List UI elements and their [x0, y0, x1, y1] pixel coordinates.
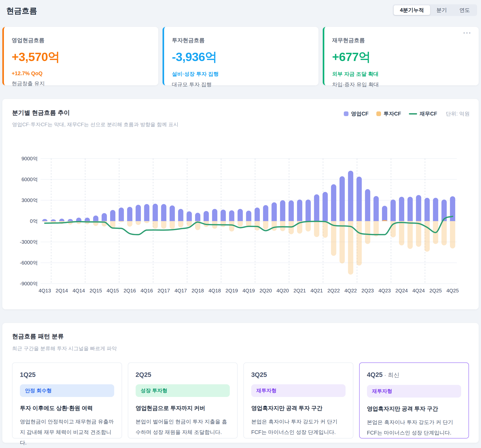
pattern-card-body: 본업은 흑자이나 투자 강도가 커 단기 FCF는 마이너스인 성장 단계입니다…: [251, 416, 346, 437]
svg-text:2Q14: 2Q14: [56, 288, 68, 294]
svg-text:4Q22: 4Q22: [344, 288, 357, 294]
card-label: 재무현금흐름: [332, 37, 471, 44]
pattern-quarter: 2Q25: [136, 371, 151, 378]
pattern-quarter: 1Q25: [20, 371, 36, 378]
card-sub1: 설비·성장 투자 집행: [172, 71, 311, 78]
pattern-card-4q25-latest[interactable]: 4Q25· 최신 재투자형 영업흑자지만 공격 투자 구간 본업은 흑자이나 투…: [359, 362, 469, 439]
card-sub2: 현금창출 유지: [12, 80, 150, 87]
svg-text:2Q24: 2Q24: [395, 288, 408, 294]
svg-text:4Q13: 4Q13: [38, 288, 51, 294]
pattern-card-body: 본업은 흑자이나 투자 강도가 커 단기 FCF는 마이너스인 성장 단계입니다…: [367, 417, 461, 438]
pattern-card-body: 영업현금이 안정적이고 재무현금 유출까지 감내해 재무 체력이 비교적 견조합…: [20, 416, 114, 448]
svg-text:4Q25: 4Q25: [446, 288, 459, 294]
svg-text:3000억: 3000억: [22, 197, 38, 203]
svg-text:2Q20: 2Q20: [259, 288, 272, 294]
card-value: -3,936억: [172, 49, 311, 65]
card-sub2: 대규모 투자 집행: [172, 81, 311, 88]
pattern-card-title: 영업현금으로 투자까지 커버: [136, 404, 230, 412]
svg-text:4Q18: 4Q18: [209, 288, 221, 294]
card-investing-cashflow: 투자현금흐름 -3,936억 설비·성장 투자 집행 대규모 투자 집행: [163, 27, 318, 85]
svg-text:9000억: 9000억: [22, 156, 38, 162]
card-sub2: 차입·증자 유입 확대: [332, 81, 471, 88]
pattern-card-3q25[interactable]: 3Q25 재투자형 영업흑자지만 공격 투자 구간 본업은 흑자이나 투자 강도…: [243, 362, 353, 439]
pattern-card-body: 본업이 벌어들인 현금이 투자 지출을 흡수하며 성장 재원을 자체 조달합니다…: [136, 416, 230, 437]
page-title: 현금흐름: [6, 6, 37, 16]
svg-text:4Q16: 4Q16: [141, 288, 153, 294]
svg-text:2Q22: 2Q22: [327, 288, 340, 294]
pattern-card-1q25[interactable]: 1Q25 안정 회수형 투자 이후에도 상환·환원 여력 영업현금이 안정적이고…: [12, 362, 122, 439]
cashflow-dashboard: 현금흐름 4분기누적 분기 연도 영업현금흐름 +3,570억 +12.7% Q…: [0, 0, 481, 448]
period-toggle: 4분기누적 분기 연도: [393, 4, 477, 16]
svg-text:4Q15: 4Q15: [107, 288, 119, 294]
card-value: +677억: [332, 49, 471, 65]
pattern-subtitle: 최근 구간을 분류해 투자 시그널을 빠르게 파악: [12, 345, 469, 352]
card-value: +3,570억: [12, 49, 150, 65]
pattern-quarter: 4Q25: [367, 371, 383, 378]
pattern-badge: 재투자형: [251, 384, 346, 397]
cashflow-pattern-section: 현금흐름 패턴 분류 최근 구간을 분류해 투자 시그널을 빠르게 파악 1Q2…: [2, 323, 479, 443]
pattern-cards: 1Q25 안정 회수형 투자 이후에도 상환·환원 여력 영업현금이 안정적이고…: [12, 362, 469, 439]
pattern-card-title: 투자 이후에도 상환·환원 여력: [20, 404, 114, 412]
pattern-badge: 재투자형: [367, 385, 461, 397]
quarterly-cashflow-chart-card: 분기별 현금흐름 추이 영업CF·투자CF는 막대, 재무CF는 선으로 분리해…: [2, 99, 479, 309]
card-sub1: 외부 자금 조달 확대: [332, 71, 471, 78]
more-options-icon[interactable]: ⋯: [463, 29, 472, 37]
svg-text:4Q21: 4Q21: [310, 288, 323, 294]
svg-text:4Q24: 4Q24: [412, 288, 425, 294]
card-label: 영업현금흐름: [12, 37, 150, 44]
card-sub1: +12.7% QoQ: [12, 71, 150, 77]
svg-text:2Q16: 2Q16: [124, 288, 136, 294]
svg-text:2Q18: 2Q18: [192, 288, 204, 294]
pattern-quarter: 3Q25: [251, 371, 267, 378]
toggle-year[interactable]: 연도: [453, 5, 476, 15]
card-operating-cashflow: 영업현금흐름 +3,570억 +12.7% QoQ 현금창출 유지: [2, 27, 158, 85]
card-label: 투자현금흐름: [172, 37, 311, 44]
svg-text:-3000억: -3000억: [20, 239, 38, 245]
pattern-badge: 안정 회수형: [20, 384, 114, 397]
topbar: 현금흐름 4분기누적 분기 연도: [0, 0, 481, 27]
cashflow-chart[interactable]: 9000억6000억3000억0억-3000억-6000억-9000억4Q132…: [2, 99, 479, 309]
svg-text:2Q23: 2Q23: [361, 288, 374, 294]
svg-text:2Q15: 2Q15: [90, 288, 102, 294]
svg-text:4Q23: 4Q23: [378, 288, 391, 294]
toggle-quarter[interactable]: 분기: [430, 5, 453, 15]
svg-text:4Q20: 4Q20: [277, 288, 289, 294]
svg-text:2Q21: 2Q21: [293, 288, 306, 294]
pattern-card-title: 영업흑자지만 공격 투자 구간: [251, 404, 346, 412]
pattern-card-title: 영업흑자지만 공격 투자 구간: [367, 405, 461, 413]
svg-text:4Q14: 4Q14: [73, 288, 85, 294]
svg-text:2Q25: 2Q25: [429, 288, 442, 294]
svg-text:-9000억: -9000억: [20, 281, 38, 286]
svg-text:2Q17: 2Q17: [158, 288, 170, 294]
svg-text:0억: 0억: [30, 218, 38, 224]
pattern-quarter-suffix: · 최신: [384, 372, 399, 378]
svg-text:2Q19: 2Q19: [225, 288, 238, 294]
pattern-card-2q25[interactable]: 2Q25 성장 투자형 영업현금으로 투자까지 커버 본업이 벌어들인 현금이 …: [128, 362, 238, 439]
svg-text:6000억: 6000억: [22, 176, 38, 182]
summary-cards: 영업현금흐름 +3,570억 +12.7% QoQ 현금창출 유지 투자현금흐름…: [0, 27, 481, 85]
svg-text:4Q17: 4Q17: [174, 288, 187, 294]
pattern-badge: 성장 투자형: [136, 384, 230, 397]
pattern-title: 현금흐름 패턴 분류: [12, 332, 469, 340]
toggle-4q-cumulative[interactable]: 4분기누적: [394, 5, 430, 15]
svg-text:4Q19: 4Q19: [242, 288, 255, 294]
card-financing-cashflow: ⋯ 재무현금흐름 +677억 외부 자금 조달 확대 차입·증자 유입 확대: [323, 27, 479, 85]
svg-text:-6000억: -6000억: [20, 260, 38, 266]
